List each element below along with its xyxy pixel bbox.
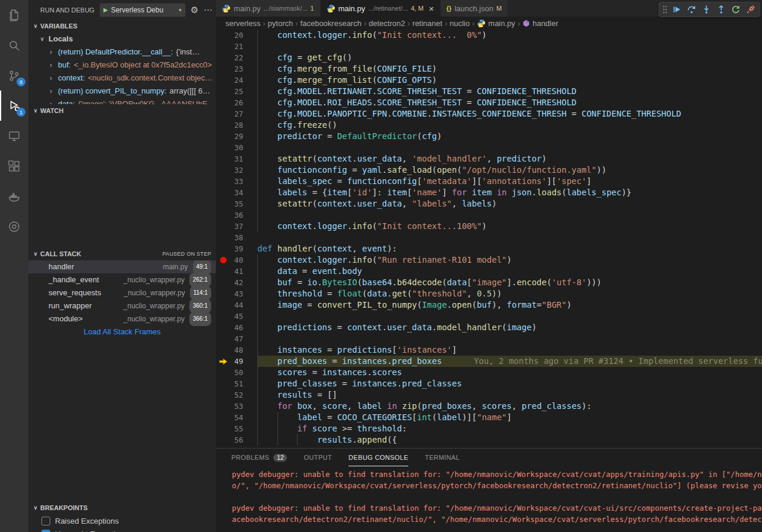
code-line-30[interactable]: 30: [216, 142, 762, 153]
gutter[interactable]: 33: [216, 176, 257, 187]
step-into-button[interactable]: [700, 3, 713, 16]
line-content[interactable]: cfg.merge_from_list(CONFIG_OPTS): [257, 75, 762, 86]
close-icon[interactable]: ×: [429, 4, 434, 13]
panel-tab-problems[interactable]: PROBLEMS12: [231, 449, 287, 466]
line-content[interactable]: cfg.MODEL.PANOPTIC_FPN.COMBINE.INSTANCES…: [257, 108, 762, 120]
line-content[interactable]: [257, 333, 762, 344]
breadcrumb-item-main.py[interactable]: main.py: [477, 19, 515, 28]
panel-tab-output[interactable]: OUTPUT: [303, 449, 332, 466]
start-debug-icon[interactable]: ▶: [104, 7, 108, 13]
run-and-debug-icon[interactable]: 1: [0, 91, 28, 121]
breadcrumb-item-handler[interactable]: handler: [522, 19, 558, 28]
variables-scope-locals[interactable]: ∨Locals: [28, 33, 216, 46]
line-content[interactable]: context.logger.info("Init context... 0%"…: [257, 30, 762, 41]
line-content[interactable]: labels_spec = functionconfig['metadata']…: [257, 176, 762, 187]
line-content[interactable]: cfg.MODEL.RETINANET.SCORE_THRESH_TEST = …: [257, 86, 762, 97]
checkbox[interactable]: ✓: [41, 530, 50, 532]
stack-frame-handler[interactable]: handlermain.py49:1: [28, 260, 216, 273]
call-stack-section-header[interactable]: ∨ CALL STACK PAUSED ON STEP: [28, 247, 216, 260]
line-content[interactable]: setattr(context.user_data, "labels", lab…: [257, 198, 762, 209]
gutter[interactable]: 47: [216, 333, 257, 344]
line-content[interactable]: buf = io.BytesIO(base64.b64decode(data["…: [257, 277, 762, 288]
gutter[interactable]: 49: [216, 356, 257, 367]
gutter[interactable]: 36: [216, 209, 257, 221]
gutter[interactable]: 35: [216, 198, 257, 209]
gutter[interactable]: 48: [216, 344, 257, 356]
tab-main.py-1[interactable]: main.py.../retinanet/...4, M×: [321, 0, 441, 17]
line-content[interactable]: results.append({: [257, 434, 762, 446]
code-line-22[interactable]: 22 cfg = get_cfg(): [216, 52, 762, 63]
gutter[interactable]: 22: [216, 52, 257, 63]
continue-button[interactable]: [670, 3, 683, 16]
gutter[interactable]: 40: [216, 254, 257, 266]
gutter[interactable]: 54: [216, 412, 257, 423]
code-line-41[interactable]: 41 data = event.body: [216, 266, 762, 277]
checkbox[interactable]: [41, 517, 50, 525]
line-content[interactable]: [257, 311, 762, 322]
gutter[interactable]: 45: [216, 311, 257, 322]
line-content[interactable]: cfg.MODEL.ROI_HEADS.SCORE_THRESH_TEST = …: [257, 97, 762, 108]
explorer-icon[interactable]: [0, 0, 28, 30]
code-line-46[interactable]: 46 predictions = context.user_data.model…: [216, 322, 762, 333]
code-line-51[interactable]: 51 pred_classes = instances.pred_classes: [216, 378, 762, 389]
gutter[interactable]: 25: [216, 86, 257, 97]
stack-frame-_handle_event[interactable]: _handle_event_nuclio_wrapper.py262:1: [28, 273, 216, 286]
variable-row[interactable]: ›buf:<_io.BytesIO object at 0x7f5a2dc1ec…: [28, 59, 216, 72]
more-actions-icon[interactable]: ⋯: [204, 5, 212, 15]
code-line-21[interactable]: 21: [216, 41, 762, 52]
line-content[interactable]: pred_classes = instances.pred_classes: [257, 378, 762, 389]
code-line-27[interactable]: 27 cfg.MODEL.PANOPTIC_FPN.COMBINE.INSTAN…: [216, 108, 762, 120]
line-content[interactable]: image = convert_PIL_to_numpy(Image.open(…: [257, 299, 762, 311]
breadcrumb-item-retinanet[interactable]: retinanet: [412, 19, 443, 28]
code-editor[interactable]: 20 context.logger.info("Init context... …: [216, 30, 762, 448]
line-content[interactable]: for box, score, label in zip(pred_boxes,…: [257, 401, 762, 412]
line-content[interactable]: [257, 142, 762, 153]
gutter[interactable]: 44: [216, 299, 257, 311]
breadcrumb-item-detectron2[interactable]: detectron2: [369, 19, 405, 28]
code-line-20[interactable]: 20 context.logger.info("Init context... …: [216, 30, 762, 41]
step-out-button[interactable]: [715, 3, 728, 16]
line-content[interactable]: [257, 41, 762, 52]
gutter[interactable]: 39: [216, 243, 257, 254]
code-line-55[interactable]: 55 if score >= threshold:: [216, 423, 762, 434]
gutter[interactable]: 42: [216, 277, 257, 288]
code-line-54[interactable]: 54 label = COCO_CATEGORIES[int(label)]["…: [216, 412, 762, 423]
gutter[interactable]: 24: [216, 75, 257, 86]
line-content[interactable]: pred_boxes = instances.pred_boxesYou, 2 …: [257, 356, 762, 367]
code-line-23[interactable]: 23 cfg.merge_from_file(CONFIG_FILE): [216, 63, 762, 75]
variable-row[interactable]: ›context:<nuclio_sdk.context.Context obj…: [28, 72, 216, 85]
panel-tab-terminal[interactable]: TERMINAL: [425, 449, 460, 466]
code-line-39[interactable]: 39def handler(context, event):: [216, 243, 762, 254]
variable-row[interactable]: ›data:{'image': 'iVBORw0KG...AAAANSUhE…: [28, 98, 216, 104]
load-all-stack-frames-link[interactable]: Load All Stack Frames: [28, 325, 216, 338]
toolbar-drag-handle[interactable]: [661, 5, 669, 14]
gutter[interactable]: 28: [216, 120, 257, 131]
line-content[interactable]: def handler(context, event):: [257, 243, 762, 254]
line-content[interactable]: cfg = get_cfg(): [257, 52, 762, 63]
stack-frame-<module>[interactable]: <module>_nuclio_wrapper.py366:1: [28, 312, 216, 325]
gutter[interactable]: 51: [216, 378, 257, 389]
line-content[interactable]: context.logger.info("Init context...100%…: [257, 221, 762, 232]
gutter[interactable]: 46: [216, 322, 257, 333]
breakpoint-row-uncaught-exceptions[interactable]: ✓Uncaught Exceptions: [28, 527, 216, 532]
code-line-37[interactable]: 37 context.logger.info("Init context...1…: [216, 221, 762, 232]
restart-button[interactable]: [729, 3, 742, 16]
code-line-33[interactable]: 33 labels_spec = functionconfig['metadat…: [216, 176, 762, 187]
variable-row[interactable]: ›(return) convert_PIL_to_numpy:array([[[…: [28, 85, 216, 98]
gutter[interactable]: 34: [216, 187, 257, 198]
gutter[interactable]: 50: [216, 367, 257, 378]
launch-config-dropdown[interactable]: ▶ Serverless Debu ▾: [99, 3, 186, 17]
code-line-28[interactable]: 28 cfg.freeze(): [216, 120, 762, 131]
code-line-44[interactable]: 44 image = convert_PIL_to_numpy(Image.op…: [216, 299, 762, 311]
code-line-38[interactable]: 38: [216, 232, 762, 243]
breakpoint-icon[interactable]: [220, 257, 227, 263]
gutter[interactable]: 37: [216, 221, 257, 232]
line-content[interactable]: functionconfig = yaml.safe_load(open("/o…: [257, 165, 762, 176]
panel-tab-debug-console[interactable]: DEBUG CONSOLE: [348, 449, 408, 466]
line-content[interactable]: cfg.merge_from_file(CONFIG_FILE): [257, 63, 762, 75]
code-line-36[interactable]: 36: [216, 209, 762, 221]
line-content[interactable]: instances = predictions['instances']: [257, 344, 762, 356]
gutter[interactable]: 53: [216, 401, 257, 412]
code-line-25[interactable]: 25 cfg.MODEL.RETINANET.SCORE_THRESH_TEST…: [216, 86, 762, 97]
line-content[interactable]: if score >= threshold:: [257, 423, 762, 434]
